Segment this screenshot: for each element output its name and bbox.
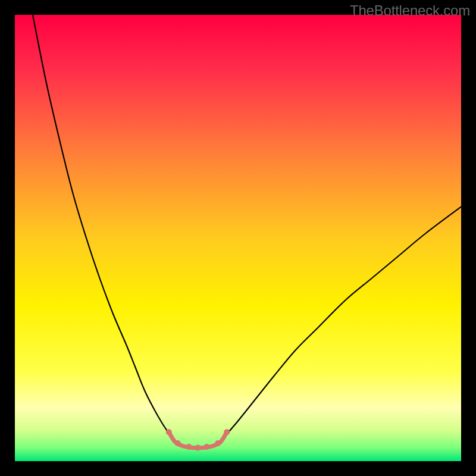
series-path-left-branch bbox=[33, 15, 171, 437]
curve-layer bbox=[15, 15, 461, 461]
series-dot-highlight-dots bbox=[186, 444, 192, 450]
watermark-text: TheBottleneck.com bbox=[350, 2, 470, 19]
series-path-right-branch bbox=[225, 207, 462, 437]
series-dot-highlight-dots bbox=[175, 440, 181, 446]
series-dot-highlight-dots bbox=[195, 445, 201, 451]
chart-frame: TheBottleneck.com bbox=[0, 0, 476, 476]
series-dot-highlight-dots bbox=[204, 444, 210, 450]
series-dot-highlight-dots bbox=[224, 429, 230, 435]
plot-area bbox=[15, 15, 461, 461]
series-dot-highlight-dots bbox=[215, 440, 221, 446]
series-dot-highlight-dots bbox=[166, 429, 172, 435]
